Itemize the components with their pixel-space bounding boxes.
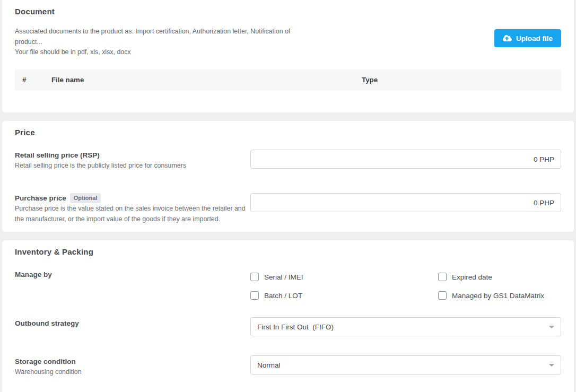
storage-condition-select[interactable]: Normal — [250, 355, 561, 374]
document-description-line: Your file should be in pdf, xls, xlsx, d… — [15, 47, 290, 58]
upload-file-button-label: Upload file — [516, 34, 553, 42]
purchase-price-input[interactable] — [250, 193, 561, 212]
purchase-price-label: Purchase price — [15, 194, 66, 203]
chevron-down-icon — [549, 364, 554, 367]
checkbox-item-expired-date[interactable]: Expired date — [438, 272, 561, 282]
product-form-page: Document Associated documents to the pro… — [0, 0, 576, 392]
outbound-strategy-label-group: Outbound strategy — [15, 317, 250, 328]
documents-table-header: # File name Type — [15, 69, 561, 90]
document-description-line: Associated documents to the product as: … — [15, 27, 290, 37]
gs1-datamatrix-checkbox-label: Managed by GS1 DataMatrix — [452, 292, 544, 300]
storage-condition-description: Warehousing condition — [15, 367, 250, 377]
purchase-price-row: Purchase price Optional Purchase price i… — [15, 193, 561, 224]
price-section: Price Retail selling price (RSP) Retail … — [2, 121, 574, 232]
document-description-row: Associated documents to the product as: … — [15, 27, 561, 58]
cloud-upload-icon — [503, 34, 512, 42]
storage-condition-label: Storage condition — [15, 355, 250, 367]
column-header-type: Type — [362, 76, 554, 84]
storage-condition-field: Normal — [250, 355, 561, 374]
outbound-strategy-select[interactable]: First In First Out (FIFO) — [250, 317, 561, 336]
manage-by-row: Manage by Serial / IMEI Expired date Bat… — [15, 270, 561, 301]
serial-imei-checkbox-label: Serial / IMEI — [264, 273, 303, 281]
outbound-strategy-row: Outbound strategy First In First Out (FI… — [15, 317, 561, 336]
document-section: Document Associated documents to the pro… — [2, 0, 574, 112]
checkbox-item-serial-imei[interactable]: Serial / IMEI — [250, 272, 438, 282]
outbound-strategy-selected-value: First In First Out (FIFO) — [257, 323, 334, 331]
manage-by-field: Serial / IMEI Expired date Batch / LOT M… — [250, 270, 561, 301]
retail-selling-price-description: Retail selling price is the publicly lis… — [15, 160, 250, 171]
document-description-line: product... — [15, 37, 290, 48]
retail-selling-price-field — [250, 150, 561, 169]
chevron-down-icon — [549, 326, 554, 328]
purchase-price-description-line: Purchase price is the value stated on th… — [15, 203, 250, 214]
batch-lot-checkbox[interactable] — [250, 291, 259, 300]
batch-lot-checkbox-label: Batch / LOT — [264, 292, 302, 300]
outbound-strategy-label: Outbound strategy — [15, 317, 250, 328]
column-header-file-name: File name — [51, 76, 362, 84]
storage-condition-row: Storage condition Warehousing condition … — [15, 355, 561, 377]
price-section-title: Price — [15, 121, 561, 137]
manage-by-label: Manage by — [15, 270, 250, 280]
purchase-price-description-line: the manufacturer, or the import value of… — [15, 214, 250, 224]
outbound-strategy-field: First In First Out (FIFO) — [250, 317, 561, 336]
storage-condition-label-group: Storage condition Warehousing condition — [15, 355, 250, 377]
inventory-packing-section-title: Inventory & Packing — [15, 240, 561, 256]
retail-selling-price-label: Retail selling price (RSP) — [15, 150, 250, 160]
storage-condition-selected-value: Normal — [257, 361, 281, 369]
retail-selling-price-input[interactable] — [250, 150, 561, 169]
gs1-datamatrix-checkbox[interactable] — [438, 291, 447, 300]
expired-date-checkbox-label: Expired date — [452, 273, 492, 281]
checkbox-item-batch-lot[interactable]: Batch / LOT — [250, 290, 438, 301]
column-header-index: # — [22, 76, 51, 84]
document-section-title: Document — [15, 0, 561, 16]
retail-selling-price-row: Retail selling price (RSP) Retail sellin… — [15, 150, 561, 171]
purchase-price-label-group: Purchase price Optional Purchase price i… — [15, 193, 250, 224]
retail-selling-price-label-group: Retail selling price (RSP) Retail sellin… — [15, 150, 250, 171]
optional-badge: Optional — [70, 193, 101, 203]
manage-by-checkbox-grid: Serial / IMEI Expired date Batch / LOT M… — [250, 270, 561, 301]
upload-file-button[interactable]: Upload file — [494, 29, 561, 47]
serial-imei-checkbox[interactable] — [250, 273, 259, 281]
document-description: Associated documents to the product as: … — [15, 27, 290, 58]
inventory-packing-section: Inventory & Packing Manage by Serial / I… — [2, 240, 574, 392]
expired-date-checkbox[interactable] — [438, 273, 447, 281]
checkbox-item-gs1-datamatrix[interactable]: Managed by GS1 DataMatrix — [438, 290, 561, 301]
manage-by-label-group: Manage by — [15, 270, 250, 280]
purchase-price-field — [250, 193, 561, 212]
